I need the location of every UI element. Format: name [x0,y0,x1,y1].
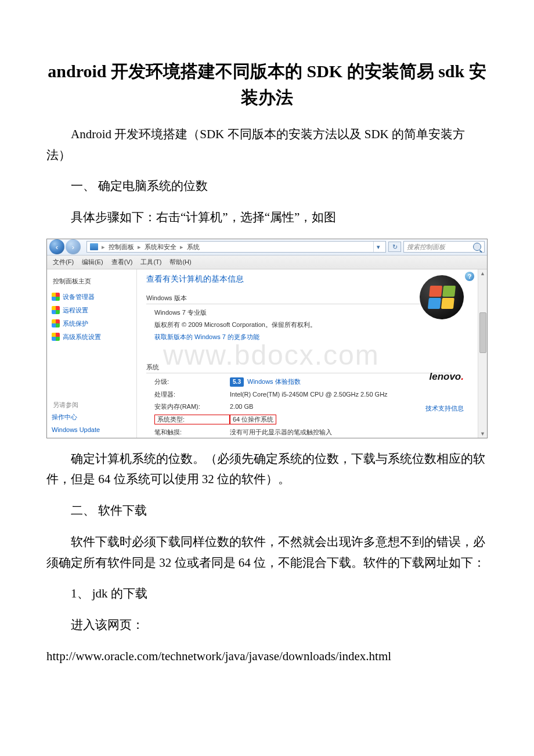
wei-link[interactable]: Windows 体验指数 [247,377,301,386]
refresh-button[interactable]: ↻ [388,242,401,252]
scroll-thumb[interactable] [479,312,486,353]
cpu-value: Intel(R) Core(TM) i5-2450M CPU @ 2.50GHz… [230,390,452,399]
lenovo-logo: lenovo. [429,371,464,383]
paragraph-8: 进入该网页： [46,615,488,636]
sidebar-system-protection[interactable]: 系统保护 [50,317,133,330]
shield-icon [52,293,60,301]
sidebar-home[interactable]: 控制面板主页 [50,274,133,290]
sidebar-advanced-settings[interactable]: 高级系统设置 [50,330,133,344]
scroll-up-arrow[interactable]: ▲ [480,269,485,278]
ram-label: 安装内存(RAM): [154,402,230,411]
paragraph-5: 二、 软件下载 [46,501,488,521]
sidebar-see-also: 另请参阅 [50,397,135,411]
section-windows-edition: Windows 版本 [146,288,452,304]
copyright-text: 版权所有 © 2009 Microsoft Corporation。保留所有权利… [154,321,316,329]
cpu-label: 处理器: [154,390,230,399]
breadcrumb-dropdown[interactable]: ▾ [373,242,383,252]
sidebar-action-center[interactable]: 操作中心 [50,411,135,424]
paragraph-7: 1、 jdk 的下载 [46,584,488,604]
breadcrumb-root[interactable]: 控制面板 [109,243,134,251]
pen-touch-value: 没有可用于此显示器的笔或触控输入 [230,428,452,437]
windows-logo [420,275,464,319]
scrollbar[interactable]: ▲ ▼ [478,269,487,438]
scroll-down-arrow[interactable]: ▼ [480,430,485,438]
system-type-label: 系统类型: [154,415,230,424]
sidebar: 控制面板主页 设备管理器 远程设置 系统保护 高级系统设置 另请参阅 操作中心 … [47,269,137,438]
shield-icon [52,319,60,327]
paragraph-6: 软件下载时必须下载同样位数的软件，不然就会出现许多意想不到的错误，必须确定所有软… [46,532,488,573]
wei-score: 5.3 [230,377,244,387]
nav-forward-button[interactable]: › [66,239,81,254]
pen-touch-label: 笔和触摸: [154,428,230,437]
breadcrumb-system[interactable]: 系统 [187,243,200,251]
document-title: android 开发环境搭建不同版本的 SDK 的安装简易 sdk 安装办法 [46,58,488,110]
control-panel-icon [90,243,98,250]
menu-file[interactable]: 文件(F) [53,258,74,267]
menu-view[interactable]: 查看(V) [111,258,133,267]
windows-edition-value: Windows 7 专业版 [154,308,207,317]
menu-help[interactable]: 帮助(H) [169,258,191,267]
ram-value: 2.00 GB [230,402,452,411]
sidebar-windows-update[interactable]: Windows Update [50,424,135,435]
system-properties-screenshot: ‹ › ▸ 控制面板 ▸ 系统和安全 ▸ 系统 ▾ ↻ 搜索控制面板 文件(F)… [46,239,488,438]
main-panel: www.bdocx.com 查看有关计算机的基本信息 Windows 版本 Wi… [137,269,487,438]
shield-icon [52,306,60,314]
address-bar-row: ‹ › ▸ 控制面板 ▸ 系统和安全 ▸ 系统 ▾ ↻ 搜索控制面板 [47,239,487,255]
paragraph-2: 一、 确定电脑系统的位数 [46,176,488,197]
menu-edit[interactable]: 编辑(E) [82,258,103,267]
paragraph-4: 确定计算机系统的位数。（必须先确定系统的位数，下载与系统位数相应的软件，但是 6… [46,449,488,490]
paragraph-3: 具体步骤如下：右击“计算机”，选择“属性”，如图 [46,207,488,228]
shield-icon [52,333,60,341]
menu-bar: 文件(F) 编辑(E) 查看(V) 工具(T) 帮助(H) [47,255,487,269]
more-features-link[interactable]: 获取新版本的 Windows 7 的更多功能 [154,333,259,341]
search-placeholder: 搜索控制面板 [407,243,445,251]
menu-tools[interactable]: 工具(T) [140,258,161,267]
breadcrumb-security[interactable]: 系统和安全 [145,243,176,251]
sidebar-remote-settings[interactable]: 远程设置 [50,304,133,317]
section-system: 系统 [146,357,452,373]
paragraph-9-url: http://www.oracle.com/technetwork/java/j… [46,646,488,667]
main-heading: 查看有关计算机的基本信息 [146,274,452,288]
sidebar-device-manager[interactable]: 设备管理器 [50,290,133,304]
search-icon [473,243,481,251]
rating-label: 分级: [154,377,230,387]
system-type-value: 64 位操作系统 [230,415,276,424]
search-input[interactable]: 搜索控制面板 [403,241,485,253]
tech-support-link[interactable]: 技术支持信息 [425,404,464,413]
nav-back-button[interactable]: ‹ [49,239,64,254]
breadcrumb-bar[interactable]: ▸ 控制面板 ▸ 系统和安全 ▸ 系统 ▾ [86,241,386,253]
content-area: ? 控制面板主页 设备管理器 远程设置 系统保护 高级系统设置 另请参阅 [47,269,487,438]
paragraph-1: Android 开发环境搭建（SDK 不同版本的安装方法以及 SDK 的简单安装… [46,124,488,165]
